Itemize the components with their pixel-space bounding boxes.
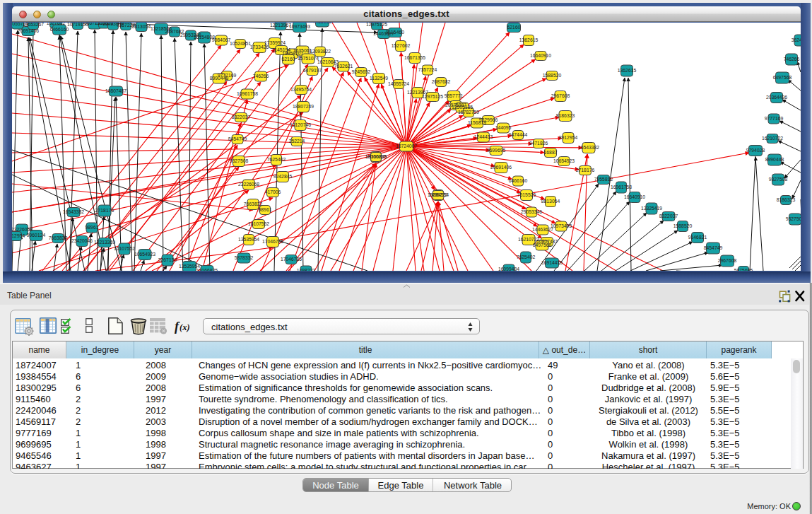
svg-text:16671355: 16671355 bbox=[404, 55, 425, 60]
svg-text:19384554: 19384554 bbox=[428, 192, 449, 197]
svg-text:16914479: 16914479 bbox=[541, 260, 563, 265]
svg-text:9327508: 9327508 bbox=[769, 177, 788, 182]
svg-text:9329966: 9329966 bbox=[479, 117, 498, 122]
svg-text:13495754: 13495754 bbox=[290, 87, 312, 92]
svg-text:12213967: 12213967 bbox=[270, 23, 291, 28]
svg-text:9115460: 9115460 bbox=[386, 30, 404, 35]
svg-text:8471826: 8471826 bbox=[529, 141, 548, 146]
svg-text:8322037: 8322037 bbox=[232, 115, 251, 119]
svg-text:7955812: 7955812 bbox=[594, 177, 613, 182]
svg-text:10973493: 10973493 bbox=[289, 24, 310, 29]
svg-text:8990448: 8990448 bbox=[765, 157, 784, 162]
svg-text:17046785: 17046785 bbox=[281, 257, 302, 262]
svg-text:10973493: 10973493 bbox=[551, 223, 572, 228]
svg-text:16961758: 16961758 bbox=[237, 91, 258, 96]
svg-text:16120746: 16120746 bbox=[290, 122, 311, 127]
svg-text:13325419: 13325419 bbox=[641, 206, 662, 211]
svg-text:7625402: 7625402 bbox=[517, 255, 536, 259]
svg-text:12975125: 12975125 bbox=[366, 23, 387, 27]
svg-text:16887: 16887 bbox=[544, 150, 558, 155]
svg-text:7515526: 7515526 bbox=[517, 192, 536, 197]
svg-text:6479197: 6479197 bbox=[303, 68, 322, 73]
svg-text:9857771: 9857771 bbox=[445, 93, 464, 98]
svg-text:17359924: 17359924 bbox=[264, 40, 286, 45]
svg-text:5875685: 5875685 bbox=[734, 268, 753, 271]
svg-text:9794028: 9794028 bbox=[746, 148, 765, 153]
svg-text:252214: 252214 bbox=[289, 139, 305, 144]
svg-text:7625402: 7625402 bbox=[267, 157, 286, 162]
svg-text:9777169: 9777169 bbox=[765, 116, 784, 121]
svg-text:62160: 62160 bbox=[282, 57, 295, 62]
svg-text:16210722: 16210722 bbox=[762, 136, 783, 141]
svg-text:16543382: 16543382 bbox=[578, 145, 599, 150]
svg-text:2718176: 2718176 bbox=[576, 168, 595, 173]
svg-text:16961758: 16961758 bbox=[611, 185, 632, 189]
svg-text:20691406: 20691406 bbox=[490, 165, 512, 170]
svg-text:9084067: 9084067 bbox=[212, 37, 231, 42]
svg-text:1527602: 1527602 bbox=[392, 43, 411, 48]
svg-text:1588520: 1588520 bbox=[543, 73, 562, 78]
svg-text:17046785: 17046785 bbox=[262, 239, 283, 244]
svg-text:12975125: 12975125 bbox=[422, 94, 443, 99]
svg-text:8990448: 8990448 bbox=[210, 76, 229, 81]
svg-text:5878332: 5878332 bbox=[235, 255, 254, 260]
svg-text:746266: 746266 bbox=[784, 57, 800, 62]
svg-text:16640910: 16640910 bbox=[624, 194, 645, 199]
svg-text:14055724: 14055724 bbox=[388, 81, 409, 86]
svg-text:3624554: 3624554 bbox=[792, 37, 801, 42]
svg-text:13535954: 13535954 bbox=[238, 237, 259, 242]
svg-text:(x): (x) bbox=[180, 322, 190, 332]
svg-text:18807249: 18807249 bbox=[293, 104, 314, 109]
svg-text:12505135: 12505135 bbox=[452, 105, 473, 110]
svg-text:14463627: 14463627 bbox=[532, 227, 553, 232]
svg-text:16782759: 16782759 bbox=[458, 110, 479, 115]
svg-text:9474444: 9474444 bbox=[509, 132, 528, 137]
svg-text:9327505: 9327505 bbox=[786, 216, 801, 221]
svg-text:6497568: 6497568 bbox=[533, 243, 552, 247]
svg-text:16107552: 16107552 bbox=[248, 221, 269, 226]
svg-text:9245652: 9245652 bbox=[352, 69, 371, 74]
svg-text:7663822: 7663822 bbox=[244, 201, 263, 206]
svg-text:2967608: 2967608 bbox=[551, 93, 570, 98]
svg-text:417006: 417006 bbox=[265, 189, 281, 194]
svg-text:8454749: 8454749 bbox=[704, 245, 723, 250]
svg-text:9242845: 9242845 bbox=[273, 174, 293, 179]
svg-text:8186323: 8186323 bbox=[777, 197, 796, 202]
svg-text:9146821: 9146821 bbox=[688, 235, 707, 240]
svg-text:8186323: 8186323 bbox=[556, 113, 575, 118]
svg-text:8322037: 8322037 bbox=[659, 214, 678, 218]
svg-text:16099484: 16099484 bbox=[498, 267, 519, 271]
svg-text:15751074: 15751074 bbox=[298, 56, 319, 61]
svg-text:18724007: 18724007 bbox=[396, 144, 417, 148]
svg-text:62160: 62160 bbox=[507, 25, 521, 30]
svg-text:8454749: 8454749 bbox=[228, 136, 247, 141]
svg-text:1362615: 1362615 bbox=[519, 37, 539, 42]
svg-text:7485003: 7485003 bbox=[313, 23, 332, 24]
svg-text:1498222: 1498222 bbox=[297, 268, 316, 271]
svg-text:7357224: 7357224 bbox=[418, 67, 437, 72]
svg-text:1588520: 1588520 bbox=[673, 223, 693, 228]
svg-text:746266: 746266 bbox=[253, 74, 269, 78]
svg-text:6466160: 6466160 bbox=[509, 178, 528, 183]
svg-text:9699695: 9699695 bbox=[487, 148, 506, 153]
svg-text:144095: 144095 bbox=[495, 125, 512, 130]
svg-text:29053346: 29053346 bbox=[521, 209, 542, 214]
svg-text:1362615: 1362615 bbox=[618, 68, 637, 73]
svg-text:10654923: 10654923 bbox=[553, 158, 575, 163]
svg-text:2087682: 2087682 bbox=[432, 79, 451, 84]
svg-text:1733426: 1733426 bbox=[250, 45, 269, 49]
svg-text:6497568: 6497568 bbox=[773, 75, 792, 80]
svg-text:1244413: 1244413 bbox=[474, 134, 493, 139]
svg-text:9327508: 9327508 bbox=[230, 158, 249, 163]
svg-text:16210722: 16210722 bbox=[518, 237, 539, 242]
svg-text:8912954: 8912954 bbox=[559, 135, 578, 140]
svg-text:7632621: 7632621 bbox=[334, 64, 353, 69]
svg-text:12093822: 12093822 bbox=[310, 49, 331, 54]
svg-text:16640910: 16640910 bbox=[530, 53, 551, 58]
svg-text:10524851: 10524851 bbox=[230, 41, 251, 46]
svg-text:8813054: 8813054 bbox=[541, 199, 560, 204]
svg-text:20364436: 20364436 bbox=[766, 95, 787, 100]
svg-text:1132549: 1132549 bbox=[370, 76, 388, 81]
svg-text:2967608: 2967608 bbox=[718, 258, 737, 263]
svg-text:98961: 98961 bbox=[259, 207, 272, 212]
